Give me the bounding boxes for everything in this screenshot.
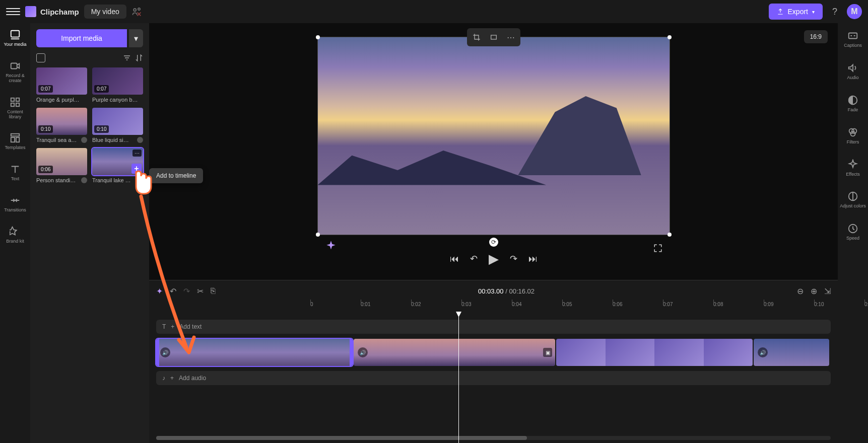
- ruler-tick: 0:10: [814, 302, 824, 307]
- ruler-tick: 0:11: [864, 302, 868, 307]
- sidebar-item-filters[interactable]: Filters: [845, 125, 861, 147]
- project-title-tab[interactable]: My video: [84, 5, 126, 19]
- play-button[interactable]: ▶: [489, 251, 499, 267]
- clip-handle-right[interactable]: [350, 339, 353, 366]
- media-more-button[interactable]: ⋯: [132, 150, 142, 157]
- add-audio-track[interactable]: ♪ + Add audio: [156, 371, 831, 385]
- share-icon[interactable]: [131, 7, 142, 17]
- import-media-button[interactable]: Import media: [36, 29, 127, 47]
- timeline-ruler[interactable]: 0 0:01 0:02 0:03 0:04 0:05 0:06 0:07 0:0…: [149, 302, 838, 315]
- clip-audio-icon[interactable]: 🔊: [358, 347, 368, 357]
- check-icon: [81, 177, 87, 183]
- media-icon: [10, 29, 21, 40]
- sidebar-label: Fade: [848, 108, 858, 113]
- svg-rect-4: [11, 98, 14, 101]
- duration-badge: 0:06: [38, 166, 53, 173]
- svg-rect-3: [11, 63, 17, 68]
- menu-button[interactable]: [6, 5, 20, 19]
- sidebar-label: Captions: [844, 43, 862, 48]
- sidebar-label: Effects: [846, 172, 859, 177]
- sidebar-item-your-media[interactable]: Your media: [2, 27, 28, 49]
- copy-button[interactable]: ⎘: [211, 286, 216, 296]
- media-item[interactable]: 0:10 Tranquil sea a…: [36, 108, 87, 143]
- media-label: Blue liquid si…: [92, 137, 129, 143]
- resize-handle-bl[interactable]: [316, 233, 320, 237]
- media-item[interactable]: 0:07 Purple canyon b…: [92, 67, 143, 103]
- svg-rect-5: [16, 98, 19, 101]
- speed-icon: [847, 223, 858, 234]
- ai-sparkle-icon[interactable]: [324, 240, 338, 253]
- resize-handle-tr[interactable]: [667, 35, 672, 39]
- select-all-checkbox[interactable]: [36, 53, 45, 62]
- templates-icon: [10, 132, 21, 143]
- resize-handle-br[interactable]: [667, 233, 672, 237]
- ruler-tick: 0:04: [512, 302, 521, 307]
- sidebar-item-brand-kit[interactable]: Brand kit: [4, 224, 26, 246]
- fullscreen-button[interactable]: [653, 244, 662, 253]
- sidebar-item-text[interactable]: Text: [8, 162, 23, 184]
- ruler-tick: 0:01: [361, 302, 370, 307]
- media-label: Purple canyon b…: [92, 97, 138, 103]
- filter-icon[interactable]: [123, 54, 131, 62]
- scrollbar-thumb[interactable]: [156, 436, 527, 440]
- ruler-tick: 0:06: [613, 302, 622, 307]
- playhead[interactable]: [458, 315, 459, 443]
- svg-rect-10: [16, 138, 19, 142]
- chevron-down-icon: ▾: [812, 9, 815, 15]
- video-clip-4[interactable]: 🔊: [754, 339, 829, 366]
- media-item[interactable]: 0:10 Blue liquid si…: [92, 108, 143, 143]
- preview-canvas[interactable]: ⟳: [317, 37, 670, 235]
- audio-icon: [847, 62, 858, 73]
- export-button[interactable]: Export ▾: [769, 4, 823, 20]
- sidebar-item-audio[interactable]: Audio: [845, 60, 860, 83]
- import-more-button[interactable]: ▾: [129, 29, 143, 47]
- duration-badge: 0:07: [38, 85, 53, 93]
- svg-rect-8: [11, 134, 20, 136]
- video-track[interactable]: 🔊 🔊 ▣ 🔊: [156, 339, 831, 366]
- sidebar-item-fade[interactable]: Fade: [845, 93, 860, 115]
- add-text-track[interactable]: T + Add text: [156, 320, 831, 334]
- ruler-tick: 0: [310, 302, 313, 307]
- add-audio-label: Add audio: [179, 375, 206, 382]
- sidebar-label: Content library: [2, 110, 28, 120]
- timeline-scrollbar[interactable]: [156, 436, 831, 440]
- zoom-in-button[interactable]: ⊕: [811, 286, 817, 296]
- more-options-button[interactable]: ⋯: [503, 30, 518, 44]
- text-icon: [10, 164, 21, 175]
- video-clip-2[interactable]: 🔊 ▣: [354, 339, 555, 366]
- svg-rect-7: [16, 103, 19, 106]
- zoom-out-button[interactable]: ⊖: [797, 286, 804, 296]
- check-icon: [137, 137, 143, 143]
- sidebar-item-captions[interactable]: Captions: [842, 28, 864, 50]
- media-item[interactable]: 0:07 Orange & purpl…: [36, 67, 87, 103]
- skip-back-button[interactable]: ⏮: [450, 254, 459, 264]
- sidebar-item-effects[interactable]: Effects: [844, 157, 861, 179]
- help-button[interactable]: ?: [828, 5, 842, 19]
- sidebar-item-record[interactable]: Record & create: [0, 58, 30, 86]
- fit-button[interactable]: [486, 30, 501, 44]
- rewind-button[interactable]: ↶: [470, 253, 478, 264]
- user-avatar[interactable]: M: [847, 4, 862, 19]
- sidebar-item-content-library[interactable]: Content library: [0, 95, 30, 122]
- rotate-handle[interactable]: ⟳: [489, 238, 498, 247]
- sort-icon[interactable]: [135, 54, 143, 62]
- clip-fx-icon[interactable]: ▣: [543, 348, 552, 357]
- svg-rect-9: [11, 138, 15, 142]
- fit-timeline-button[interactable]: ⇲: [824, 286, 831, 296]
- resize-handle-tl[interactable]: [316, 35, 320, 39]
- forward-button[interactable]: ↷: [510, 253, 517, 264]
- media-item[interactable]: 0:06 Person standi…: [36, 148, 87, 183]
- crop-button[interactable]: [469, 30, 484, 44]
- video-clip-3[interactable]: [556, 339, 753, 366]
- skip-forward-button[interactable]: ⏭: [528, 254, 538, 264]
- sidebar-item-templates[interactable]: Templates: [3, 130, 27, 153]
- brand-icon: [25, 6, 36, 17]
- aspect-ratio-badge[interactable]: 16:9: [804, 30, 828, 43]
- preview-toolbar: ⋯: [467, 28, 520, 46]
- sidebar-item-adjust-colors[interactable]: Adjust colors: [838, 189, 868, 211]
- sidebar-item-transitions[interactable]: Transitions: [2, 193, 28, 215]
- clip-audio-icon[interactable]: 🔊: [758, 347, 768, 357]
- sidebar-item-speed[interactable]: Speed: [844, 221, 861, 243]
- svg-point-16: [850, 131, 855, 136]
- brand: Clipchamp: [25, 6, 79, 17]
